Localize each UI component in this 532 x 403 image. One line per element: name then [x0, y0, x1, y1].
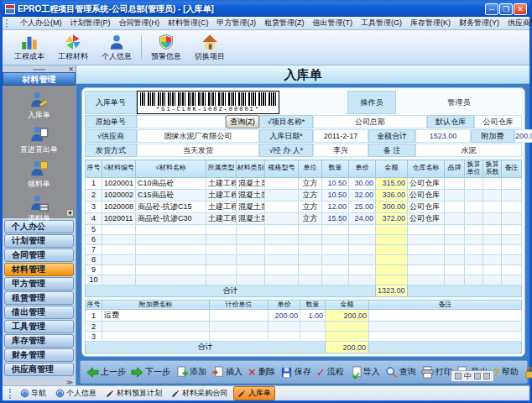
table-cell[interactable]	[265, 234, 299, 244]
handler-value[interactable]: 李兴	[313, 144, 368, 157]
table-cell[interactable]	[502, 254, 522, 264]
table-cell[interactable]: C10商品砼	[136, 177, 206, 189]
table-cell[interactable]	[465, 264, 483, 275]
table-cell[interactable]	[102, 244, 136, 254]
menu-item[interactable]: 财务管理(Y)	[455, 18, 503, 29]
table-row[interactable]: 7	[86, 244, 522, 254]
table-cell[interactable]: 12.00	[322, 201, 349, 212]
menu-item[interactable]: 合同管理(H)	[115, 18, 164, 29]
close-button[interactable]: ✕	[514, 3, 527, 15]
下一步-button[interactable]: 下一步	[128, 364, 173, 380]
table-cell[interactable]	[326, 332, 369, 342]
table-row[interactable]: 9	[86, 264, 522, 275]
table-cell[interactable]: 1020001	[102, 177, 136, 189]
maximize-button[interactable]: ❐	[499, 3, 513, 15]
taskbar-item-入库单[interactable]: 入库单	[233, 386, 275, 400]
table-cell[interactable]	[102, 234, 136, 244]
table-cell[interactable]: 336.00	[376, 189, 408, 201]
table-cell[interactable]: 土建工程	[206, 201, 237, 212]
table-cell[interactable]	[210, 322, 269, 332]
table-cell[interactable]	[269, 322, 300, 332]
taskbar-item-材料预算计划[interactable]: 材料预算计划	[102, 387, 165, 400]
table-cell[interactable]	[445, 275, 465, 285]
table-cell[interactable]: 4	[86, 212, 102, 224]
table-cell[interactable]	[465, 212, 483, 224]
table-cell[interactable]: 混凝土类	[237, 212, 265, 224]
table-row[interactable]: 5	[86, 224, 522, 234]
table-cell[interactable]	[322, 224, 349, 234]
table-cell[interactable]	[408, 244, 445, 254]
table-cell[interactable]	[465, 244, 483, 254]
menu-item[interactable]: 库存管理(K)	[406, 18, 455, 29]
table-cell[interactable]	[322, 234, 349, 244]
table-cell[interactable]	[322, 244, 349, 254]
project-value[interactable]: 公司总部	[313, 115, 427, 128]
table-cell[interactable]	[465, 234, 483, 244]
table-cell[interactable]	[322, 264, 349, 275]
menu-item[interactable]: 个人办公(M)	[16, 18, 66, 29]
table-cell[interactable]: 公司仓库	[408, 201, 445, 212]
table-row[interactable]: 2	[86, 322, 522, 332]
table-cell[interactable]	[265, 244, 299, 254]
sidebar-shortcut-入库单[interactable]: 入库单	[6, 91, 73, 121]
帮助-button[interactable]: ?帮助	[491, 364, 521, 379]
toolbar-button[interactable]: 工程成本	[8, 33, 50, 62]
orig-no-input[interactable]	[137, 115, 226, 128]
table-cell[interactable]: 9	[86, 264, 102, 275]
上一步-button[interactable]: 上一步	[84, 364, 128, 380]
table-cell[interactable]	[136, 264, 206, 275]
table-cell[interactable]: 372.00	[376, 212, 408, 224]
查询-button[interactable]: 查询	[383, 364, 419, 380]
table-cell[interactable]	[102, 254, 136, 264]
table-cell[interactable]	[299, 224, 322, 234]
table-cell[interactable]	[349, 254, 376, 264]
table-cell[interactable]	[206, 234, 237, 244]
table-row[interactable]: 6	[86, 234, 522, 244]
table-cell[interactable]: 混凝土类	[237, 201, 265, 212]
table-cell[interactable]: 10.50	[322, 177, 349, 189]
table-cell[interactable]	[502, 177, 522, 189]
打印-button[interactable]: 打印	[419, 364, 455, 380]
sidebar-shortcut-退料单[interactable]: 退料单	[6, 194, 73, 224]
table-cell[interactable]	[445, 212, 465, 224]
table-row[interactable]: 1运费200.001.00200.00	[86, 310, 522, 322]
sidebar-nav-合同管理[interactable]: 合同管理	[4, 249, 74, 262]
table-cell[interactable]	[445, 201, 465, 212]
锁定-button[interactable]: 锁定	[521, 364, 532, 380]
table-cell[interactable]: 15.50	[322, 212, 349, 224]
table-cell[interactable]: 土建工程	[206, 177, 237, 189]
surcharge-value[interactable]: 200.00	[514, 129, 532, 143]
table-cell[interactable]	[237, 244, 265, 254]
table-cell[interactable]	[483, 244, 502, 254]
table-cell[interactable]	[465, 275, 483, 285]
table-cell[interactable]: 1	[86, 310, 102, 322]
langbar-lang[interactable]: 中	[464, 371, 472, 382]
table-cell[interactable]	[210, 310, 269, 322]
table-cell[interactable]	[483, 212, 502, 224]
table-cell[interactable]	[326, 322, 369, 332]
table-cell[interactable]	[502, 224, 522, 234]
table-cell[interactable]	[237, 264, 265, 275]
table-cell[interactable]	[269, 332, 300, 342]
table-cell[interactable]	[299, 264, 322, 275]
toolbar-button[interactable]: 切换项目	[189, 33, 231, 62]
table-cell[interactable]	[322, 254, 349, 264]
sidebar-nav-计划管理[interactable]: 计划管理	[4, 234, 74, 248]
remark-value[interactable]: 水泥	[415, 144, 522, 157]
table-cell[interactable]	[445, 189, 465, 201]
table-cell[interactable]	[445, 244, 465, 254]
table-cell[interactable]: 运费	[102, 310, 210, 322]
table-cell[interactable]	[300, 332, 326, 342]
table-cell[interactable]: 公司仓库	[408, 189, 445, 201]
table-cell[interactable]	[376, 275, 408, 285]
table-cell[interactable]	[376, 244, 408, 254]
table-cell[interactable]	[465, 177, 483, 189]
table-cell[interactable]	[210, 332, 269, 342]
table-cell[interactable]	[465, 201, 483, 212]
table-cell[interactable]	[299, 275, 322, 285]
添加-button[interactable]: 添加	[173, 364, 209, 380]
table-cell[interactable]	[299, 234, 322, 244]
table-cell[interactable]	[265, 254, 299, 264]
table-cell[interactable]: 混凝土类	[237, 189, 265, 201]
table-cell[interactable]	[502, 264, 522, 275]
